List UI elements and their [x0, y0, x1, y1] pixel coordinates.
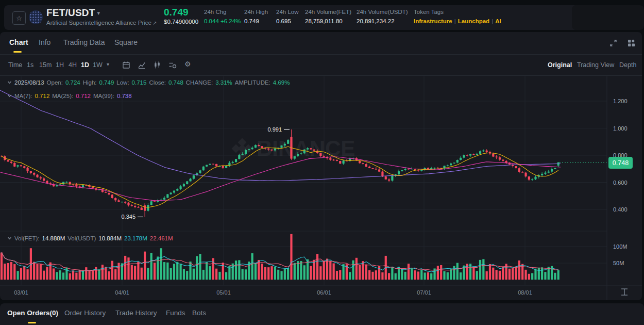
symbol-header: ☆ FET/USDT▾ Artificial Superintelligence… [4, 5, 640, 30]
chevron-down-icon[interactable] [7, 79, 12, 86]
pair-title: FET/USDT [46, 7, 95, 18]
stat-24h-volume-usdt: 24h Volume(USDT) 20,891,234.22 [357, 9, 408, 24]
time-axis-label: 06/01 [317, 289, 331, 296]
price-axis-label: 0.400 [613, 206, 628, 213]
ma7-value: 0.712 [35, 93, 50, 99]
time-axis-label: 04/01 [115, 289, 129, 296]
tag-launchpad[interactable]: Launchpad [458, 18, 489, 24]
svg-text:0.991: 0.991 [267, 126, 282, 133]
last-price: 0.749 [164, 7, 189, 18]
divider [0, 75, 642, 76]
favorite-button[interactable]: ☆ [12, 11, 26, 25]
time-axis-label: 03/01 [14, 289, 28, 296]
chevron-down-icon[interactable] [7, 235, 12, 241]
time-axis-label: 05/01 [216, 289, 231, 296]
interval-4h[interactable]: 4H [69, 61, 77, 69]
tab-trading-data[interactable]: Trading Data [63, 38, 105, 46]
grid-lines [0, 76, 607, 285]
tab-order-history[interactable]: Order History [64, 309, 106, 317]
volume-ma1-line [2, 253, 558, 272]
candles-icon[interactable] [153, 61, 161, 71]
calendar-icon[interactable] [122, 61, 130, 71]
chart-panel: Chart Info Trading Data Square Time 1s 1… [0, 32, 642, 300]
indicators-icon[interactable] [168, 61, 177, 71]
interval-more-caret-icon[interactable]: ▾ [107, 61, 109, 67]
vol-ma1-value: 23.178M [124, 235, 147, 241]
active-tab-underline [28, 322, 36, 323]
panel-tabs: Chart Info Trading Data Square [0, 32, 642, 54]
coin-logo [29, 10, 43, 24]
pair-selector[interactable]: FET/USDT▾ [46, 7, 100, 19]
chart-region: BINANCE0.9910.3451.2001.0000.8000.6000.4… [0, 76, 642, 300]
time-axis-label: 08/01 [518, 289, 532, 296]
interval-1s[interactable]: 1s [27, 61, 33, 69]
star-icon: ☆ [16, 14, 22, 22]
low-value: 0.715 [132, 79, 147, 86]
ma-legend: MA(7):0.712 MA(25):0.712 MA(99):0.738 [7, 93, 134, 99]
tab-funds[interactable]: Funds [166, 309, 185, 317]
vol-ma2-value: 22.461M [150, 235, 173, 241]
tag-ai[interactable]: AI [495, 18, 501, 24]
ohlc-legend: 2025/08/13 Open:0.724 High:0.749 Low:0.7… [7, 79, 292, 86]
ma25-value: 0.712 [76, 93, 91, 99]
candlestick-chart[interactable]: BINANCE0.9910.3451.2001.0000.8000.6000.4… [0, 76, 642, 300]
tab-bots[interactable]: Bots [192, 309, 206, 317]
open-value: 0.724 [65, 79, 80, 86]
caret-down-icon: ▾ [97, 10, 100, 16]
tab-trade-history[interactable]: Trade History [115, 309, 157, 317]
interval-15m[interactable]: 15m [39, 61, 52, 69]
active-tab-underline [13, 51, 22, 53]
coin-name-link[interactable]: Artificial Superintelligence Alliance Pr… [46, 20, 157, 26]
trading-app: ☆ FET/USDT▾ Artificial Superintelligence… [0, 0, 644, 325]
interval-1w[interactable]: 1W [93, 61, 103, 69]
axis-scale-icon[interactable] [621, 289, 628, 295]
stat-24h-volume-fet: 24h Volume(FET) 28,759,011.80 [305, 9, 351, 24]
tab-open-orders[interactable]: Open Orders(0) [7, 309, 58, 317]
stat-24h-chg: 24h Chg 0.044 +6.24% [204, 9, 241, 24]
chart-toolbar: Time 1s 15m 1H 4H 1D 1W ▾ ⚙ Original Tra… [0, 55, 642, 75]
gear-icon[interactable]: ⚙ [184, 60, 191, 68]
amplitude-value: 4.69% [273, 79, 290, 86]
price-axis-label: 0.600 [613, 180, 628, 186]
last-price-badge: 0.748 [608, 157, 633, 169]
svg-text:0.345: 0.345 [121, 214, 135, 220]
volume-axis-label: 100M [613, 243, 628, 250]
tab-chart[interactable]: Chart [9, 38, 28, 46]
tab-info[interactable]: Info [39, 38, 50, 46]
interval-1d[interactable]: 1D [81, 61, 89, 69]
interval-1h[interactable]: 1H [56, 61, 64, 69]
token-tags: Token Tags Infrastructure|Launchpad|AI [414, 9, 501, 24]
price-axis[interactable]: 1.2001.0000.8000.6000.400100M50M [613, 98, 628, 266]
price-axis-label: 1.000 [613, 125, 628, 132]
volume-legend: Vol(FET):14.888M Vol(USDT)10.884M 23.178… [7, 235, 176, 241]
fullscreen-icon[interactable] [609, 39, 617, 49]
price-axis-label: 1.200 [613, 98, 628, 104]
ma99-line [0, 90, 561, 181]
vol-usdt-value: 10.884M [98, 235, 122, 241]
ma25-line [0, 157, 561, 201]
stat-24h-high: 24h High 0.749 [244, 9, 268, 24]
line-chart-icon[interactable] [138, 61, 146, 71]
external-link-icon: ↗ [152, 20, 157, 26]
ma99-value: 0.738 [117, 93, 132, 99]
orders-panel: Open Orders(0) Order History Trade Histo… [0, 303, 644, 325]
time-label: Time [8, 61, 22, 69]
last-price-usd: $0.74900000 [164, 19, 198, 25]
svg-text:BINANCE: BINANCE [257, 136, 355, 160]
view-original[interactable]: Original [548, 61, 572, 69]
time-axis-label: 07/01 [417, 289, 431, 296]
view-depth[interactable]: Depth [619, 61, 636, 69]
chevron-down-icon[interactable] [7, 93, 12, 99]
candle-date: 2025/08/13 [14, 79, 44, 86]
high-value: 0.749 [99, 79, 114, 86]
close-value: 0.748 [168, 79, 183, 86]
layout-grid-icon[interactable] [628, 39, 635, 49]
tab-square[interactable]: Square [114, 38, 138, 46]
stat-24h-low: 24h Low 0.695 [276, 9, 298, 24]
right-panel-placeholder [572, 5, 644, 30]
time-axis[interactable]: 03/0104/0105/0106/0107/0108/01 [14, 289, 532, 296]
volume-axis-label: 50M [613, 260, 624, 266]
change-value: 3.31% [215, 79, 232, 86]
view-trading-view[interactable]: Trading View [577, 61, 614, 69]
tag-infrastructure[interactable]: Infrastructure [414, 18, 452, 24]
